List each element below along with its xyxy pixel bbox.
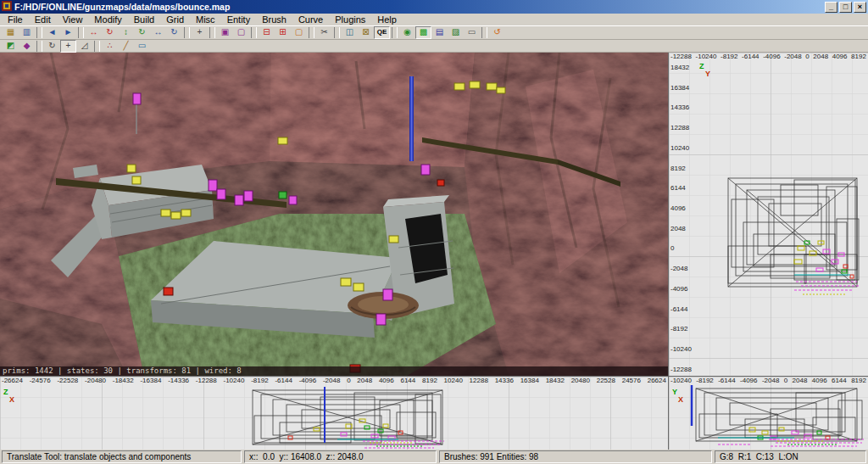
- viewport-3d-camera[interactable]: prims: 1442 | states: 30 | transforms: 8…: [0, 53, 668, 376]
- x-rotate-button[interactable]: ↻: [102, 26, 118, 39]
- x-flip-button[interactable]: ↔: [86, 26, 102, 39]
- toolbar-separator: [78, 27, 84, 38]
- translate-tool-button[interactable]: +: [60, 40, 76, 53]
- toolbar-separator: [251, 27, 257, 38]
- window-controls: _□×: [825, 2, 866, 13]
- undo-button[interactable]: ◄: [44, 26, 60, 39]
- toolbar-main: ▦▥◄►↔↻↕↻↔↻+▣▢⊟⊞▢✂◫⊠QE◉▩▤▨▭↺: [0, 26, 868, 40]
- make-hollow-button[interactable]: ▢: [291, 26, 307, 39]
- window-title: F:/HD/F/ONLINE/gunzmaps/data/maps/bounce…: [14, 0, 822, 14]
- scale-tool-button[interactable]: ◿: [76, 40, 92, 53]
- status-coordinates: x:: 0.0 y:: 16408.0 z:: 2048.0: [244, 450, 437, 463]
- top-view-render: [669, 377, 868, 450]
- show-models-button[interactable]: ◆: [19, 40, 35, 53]
- menu-item[interactable]: Entity: [221, 14, 257, 26]
- select-touching-button[interactable]: ▣: [217, 26, 233, 39]
- application-window: F:/HD/F/ONLINE/gunzmaps/data/maps/bounce…: [0, 0, 868, 464]
- rotate-tool-button[interactable]: ↻: [44, 40, 60, 53]
- toolbar-separator: [36, 27, 42, 38]
- toolbar-separator: [309, 27, 314, 38]
- viewport-2d-top[interactable]: -10240-8192-6144-4096-204802048409661448…: [669, 377, 868, 450]
- face-mode-button[interactable]: ▭: [134, 40, 150, 53]
- viewport-2d-front[interactable]: -26624-24576-22528-20480-18432-16384-143…: [0, 377, 668, 450]
- toolbar-secondary: ◩◆↻+◿∴╱▭: [0, 40, 868, 53]
- toolbar-separator: [209, 27, 215, 38]
- menu-item[interactable]: Curve: [292, 14, 329, 26]
- menu-item[interactable]: Misc: [190, 14, 221, 26]
- redo-button[interactable]: ►: [60, 26, 76, 39]
- change-views-button[interactable]: ◫: [342, 26, 358, 39]
- entity-list-button[interactable]: ▤: [431, 26, 448, 39]
- menu-item[interactable]: Plugins: [329, 14, 371, 26]
- maximize-button[interactable]: □: [839, 2, 852, 13]
- close-button[interactable]: ×: [854, 2, 866, 13]
- toolbar-separator: [334, 27, 340, 38]
- z-rotate-button[interactable]: ↻: [166, 26, 182, 39]
- menu-item[interactable]: Grid: [160, 14, 190, 26]
- front-view-render: [0, 377, 668, 450]
- minimize-button[interactable]: _: [825, 2, 837, 13]
- show-entities-button[interactable]: ◩: [3, 40, 19, 53]
- viewport-2d-side[interactable]: -12288-10240-8192-6144-4096-204802048409…: [669, 53, 868, 376]
- y-flip-button[interactable]: ↕: [118, 26, 134, 39]
- side-view-render: [669, 53, 868, 376]
- toolbar-separator: [184, 27, 190, 38]
- save-button[interactable]: ▥: [19, 26, 35, 39]
- clipper-button[interactable]: ✂: [316, 26, 332, 39]
- status-grid: G:8 R:1 C:13 L:ON: [715, 450, 866, 463]
- render-stats: prims: 1442 | states: 30 | transforms: 8…: [0, 366, 668, 376]
- console-button[interactable]: ▭: [464, 26, 480, 39]
- surface-inspector-button[interactable]: ▨: [448, 26, 464, 39]
- open-button[interactable]: ▦: [3, 26, 19, 39]
- menu-item[interactable]: Build: [128, 14, 160, 26]
- workspace: prims: 1442 | states: 30 | transforms: 8…: [0, 53, 868, 450]
- menu-item[interactable]: Help: [371, 14, 403, 26]
- texture-lock-button[interactable]: ⊠: [358, 26, 374, 39]
- z-flip-button[interactable]: ↔: [150, 26, 166, 39]
- menu-item[interactable]: View: [57, 14, 89, 26]
- toolbar-separator: [36, 41, 42, 52]
- menubar: FileEditViewModifyBuildGridMiscEntityBru…: [0, 14, 868, 26]
- titlebar: F:/HD/F/ONLINE/gunzmaps/data/maps/bounce…: [0, 0, 868, 14]
- refresh-models-button[interactable]: ↺: [489, 26, 505, 39]
- csg-merge-button[interactable]: ⊞: [275, 26, 291, 39]
- toolbar-separator: [94, 41, 100, 52]
- status-tool: Translate Tool: translate objects and co…: [2, 450, 242, 463]
- app-icon: [2, 0, 12, 14]
- menu-item[interactable]: Edit: [29, 14, 57, 26]
- menu-item[interactable]: File: [2, 14, 29, 26]
- camera-mode-button[interactable]: ◉: [399, 26, 415, 39]
- menu-item[interactable]: Brush: [256, 14, 292, 26]
- csg-subtract-button[interactable]: ⊟: [259, 26, 275, 39]
- complex-move-button[interactable]: +: [192, 26, 208, 39]
- statusbar: Translate Tool: translate objects and co…: [0, 450, 868, 464]
- toolbar-separator: [392, 27, 398, 38]
- qe-tool-button[interactable]: QE: [374, 26, 390, 39]
- status-counts: Brushes: 991 Entities: 98: [439, 450, 712, 463]
- select-inside-button[interactable]: ▢: [233, 26, 249, 39]
- vertex-mode-button[interactable]: ∴: [102, 40, 118, 53]
- menu-item[interactable]: Modify: [88, 14, 127, 26]
- texture-mode-button[interactable]: ▩: [415, 26, 431, 39]
- edge-mode-button[interactable]: ╱: [118, 40, 134, 53]
- y-rotate-button[interactable]: ↻: [134, 26, 150, 39]
- camera-render: [0, 53, 668, 376]
- toolbar-separator: [481, 27, 487, 38]
